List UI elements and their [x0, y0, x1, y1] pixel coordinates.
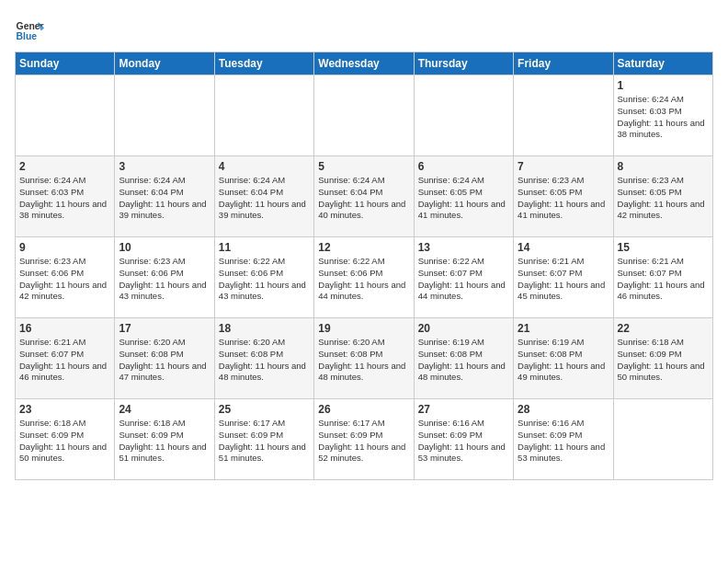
- page-header: General Blue: [15, 15, 713, 44]
- calendar-cell: 8Sunrise: 6:23 AM Sunset: 6:05 PM Daylig…: [613, 156, 712, 237]
- day-number: 9: [19, 241, 110, 254]
- svg-text:Blue: Blue: [17, 31, 38, 41]
- day-number: 13: [418, 241, 509, 254]
- cell-info: Sunrise: 6:17 AM Sunset: 6:09 PM Dayligh…: [318, 418, 409, 465]
- cell-info: Sunrise: 6:23 AM Sunset: 6:05 PM Dayligh…: [518, 175, 609, 222]
- day-number: 16: [19, 322, 110, 335]
- calendar-cell: [613, 399, 712, 480]
- calendar-cell: [115, 75, 214, 156]
- cell-info: Sunrise: 6:19 AM Sunset: 6:08 PM Dayligh…: [518, 337, 609, 384]
- day-number: 22: [618, 322, 709, 335]
- calendar-cell: 2Sunrise: 6:24 AM Sunset: 6:03 PM Daylig…: [16, 156, 115, 237]
- calendar-week-row: 2Sunrise: 6:24 AM Sunset: 6:03 PM Daylig…: [16, 156, 713, 237]
- cell-info: Sunrise: 6:20 AM Sunset: 6:08 PM Dayligh…: [219, 337, 310, 384]
- day-number: 3: [119, 160, 210, 173]
- cell-info: Sunrise: 6:18 AM Sunset: 6:09 PM Dayligh…: [618, 337, 709, 384]
- calendar-table: SundayMondayTuesdayWednesdayThursdayFrid…: [15, 52, 713, 480]
- day-number: 7: [518, 160, 609, 173]
- calendar-cell: 18Sunrise: 6:20 AM Sunset: 6:08 PM Dayli…: [214, 318, 313, 399]
- calendar-cell: 6Sunrise: 6:24 AM Sunset: 6:05 PM Daylig…: [414, 156, 513, 237]
- calendar-cell: 1Sunrise: 6:24 AM Sunset: 6:03 PM Daylig…: [613, 75, 712, 156]
- day-number: 26: [318, 403, 409, 416]
- calendar-cell: 12Sunrise: 6:22 AM Sunset: 6:06 PM Dayli…: [314, 237, 414, 318]
- cell-info: Sunrise: 6:16 AM Sunset: 6:09 PM Dayligh…: [518, 418, 609, 465]
- day-number: 6: [418, 160, 509, 173]
- cell-info: Sunrise: 6:24 AM Sunset: 6:03 PM Dayligh…: [19, 175, 110, 222]
- calendar-cell: 3Sunrise: 6:24 AM Sunset: 6:04 PM Daylig…: [115, 156, 214, 237]
- calendar-cell: [414, 75, 513, 156]
- day-number: 28: [518, 403, 609, 416]
- cell-info: Sunrise: 6:21 AM Sunset: 6:07 PM Dayligh…: [518, 256, 609, 303]
- calendar-cell: 21Sunrise: 6:19 AM Sunset: 6:08 PM Dayli…: [514, 318, 613, 399]
- day-number: 23: [19, 403, 110, 416]
- cell-info: Sunrise: 6:24 AM Sunset: 6:04 PM Dayligh…: [119, 175, 210, 222]
- calendar-header-row: SundayMondayTuesdayWednesdayThursdayFrid…: [16, 52, 713, 75]
- col-header-wednesday: Wednesday: [314, 52, 414, 75]
- calendar-cell: 28Sunrise: 6:16 AM Sunset: 6:09 PM Dayli…: [514, 399, 613, 480]
- cell-info: Sunrise: 6:22 AM Sunset: 6:07 PM Dayligh…: [418, 256, 509, 303]
- logo: General Blue: [15, 15, 44, 44]
- calendar-week-row: 1Sunrise: 6:24 AM Sunset: 6:03 PM Daylig…: [16, 75, 713, 156]
- calendar-cell: 14Sunrise: 6:21 AM Sunset: 6:07 PM Dayli…: [514, 237, 613, 318]
- calendar-cell: 10Sunrise: 6:23 AM Sunset: 6:06 PM Dayli…: [115, 237, 214, 318]
- day-number: 27: [418, 403, 509, 416]
- calendar-cell: 16Sunrise: 6:21 AM Sunset: 6:07 PM Dayli…: [16, 318, 115, 399]
- calendar-cell: 13Sunrise: 6:22 AM Sunset: 6:07 PM Dayli…: [414, 237, 513, 318]
- cell-info: Sunrise: 6:22 AM Sunset: 6:06 PM Dayligh…: [318, 256, 409, 303]
- col-header-tuesday: Tuesday: [214, 52, 313, 75]
- calendar-cell: [214, 75, 313, 156]
- calendar-cell: [314, 75, 414, 156]
- calendar-cell: 19Sunrise: 6:20 AM Sunset: 6:08 PM Dayli…: [314, 318, 414, 399]
- calendar-cell: 22Sunrise: 6:18 AM Sunset: 6:09 PM Dayli…: [613, 318, 712, 399]
- calendar-cell: 25Sunrise: 6:17 AM Sunset: 6:09 PM Dayli…: [214, 399, 313, 480]
- day-number: 20: [418, 322, 509, 335]
- calendar-cell: 15Sunrise: 6:21 AM Sunset: 6:07 PM Dayli…: [613, 237, 712, 318]
- cell-info: Sunrise: 6:16 AM Sunset: 6:09 PM Dayligh…: [418, 418, 509, 465]
- cell-info: Sunrise: 6:20 AM Sunset: 6:08 PM Dayligh…: [119, 337, 210, 384]
- day-number: 14: [518, 241, 609, 254]
- cell-info: Sunrise: 6:19 AM Sunset: 6:08 PM Dayligh…: [418, 337, 509, 384]
- cell-info: Sunrise: 6:24 AM Sunset: 6:03 PM Dayligh…: [618, 94, 709, 141]
- calendar-cell: 9Sunrise: 6:23 AM Sunset: 6:06 PM Daylig…: [16, 237, 115, 318]
- col-header-sunday: Sunday: [16, 52, 115, 75]
- day-number: 17: [119, 322, 210, 335]
- col-header-monday: Monday: [115, 52, 214, 75]
- day-number: 4: [219, 160, 310, 173]
- cell-info: Sunrise: 6:17 AM Sunset: 6:09 PM Dayligh…: [219, 418, 310, 465]
- day-number: 10: [119, 241, 210, 254]
- day-number: 1: [618, 79, 709, 92]
- calendar-cell: 27Sunrise: 6:16 AM Sunset: 6:09 PM Dayli…: [414, 399, 513, 480]
- cell-info: Sunrise: 6:21 AM Sunset: 6:07 PM Dayligh…: [19, 337, 110, 384]
- calendar-cell: 7Sunrise: 6:23 AM Sunset: 6:05 PM Daylig…: [514, 156, 613, 237]
- logo-icon: General Blue: [15, 15, 44, 44]
- calendar-cell: 5Sunrise: 6:24 AM Sunset: 6:04 PM Daylig…: [314, 156, 414, 237]
- day-number: 18: [219, 322, 310, 335]
- cell-info: Sunrise: 6:23 AM Sunset: 6:05 PM Dayligh…: [618, 175, 709, 222]
- day-number: 12: [318, 241, 409, 254]
- cell-info: Sunrise: 6:24 AM Sunset: 6:04 PM Dayligh…: [318, 175, 409, 222]
- calendar-cell: 23Sunrise: 6:18 AM Sunset: 6:09 PM Dayli…: [16, 399, 115, 480]
- calendar-cell: [16, 75, 115, 156]
- col-header-saturday: Saturday: [613, 52, 712, 75]
- calendar-week-row: 9Sunrise: 6:23 AM Sunset: 6:06 PM Daylig…: [16, 237, 713, 318]
- cell-info: Sunrise: 6:18 AM Sunset: 6:09 PM Dayligh…: [119, 418, 210, 465]
- day-number: 25: [219, 403, 310, 416]
- calendar-cell: [514, 75, 613, 156]
- cell-info: Sunrise: 6:23 AM Sunset: 6:06 PM Dayligh…: [19, 256, 110, 303]
- cell-info: Sunrise: 6:20 AM Sunset: 6:08 PM Dayligh…: [318, 337, 409, 384]
- day-number: 15: [618, 241, 709, 254]
- day-number: 21: [518, 322, 609, 335]
- calendar-cell: 24Sunrise: 6:18 AM Sunset: 6:09 PM Dayli…: [115, 399, 214, 480]
- cell-info: Sunrise: 6:22 AM Sunset: 6:06 PM Dayligh…: [219, 256, 310, 303]
- calendar-cell: 11Sunrise: 6:22 AM Sunset: 6:06 PM Dayli…: [214, 237, 313, 318]
- calendar-week-row: 16Sunrise: 6:21 AM Sunset: 6:07 PM Dayli…: [16, 318, 713, 399]
- day-number: 11: [219, 241, 310, 254]
- day-number: 5: [318, 160, 409, 173]
- cell-info: Sunrise: 6:21 AM Sunset: 6:07 PM Dayligh…: [618, 256, 709, 303]
- calendar-cell: 4Sunrise: 6:24 AM Sunset: 6:04 PM Daylig…: [214, 156, 313, 237]
- col-header-friday: Friday: [514, 52, 613, 75]
- day-number: 8: [618, 160, 709, 173]
- calendar-cell: 20Sunrise: 6:19 AM Sunset: 6:08 PM Dayli…: [414, 318, 513, 399]
- cell-info: Sunrise: 6:23 AM Sunset: 6:06 PM Dayligh…: [119, 256, 210, 303]
- calendar-cell: 26Sunrise: 6:17 AM Sunset: 6:09 PM Dayli…: [314, 399, 414, 480]
